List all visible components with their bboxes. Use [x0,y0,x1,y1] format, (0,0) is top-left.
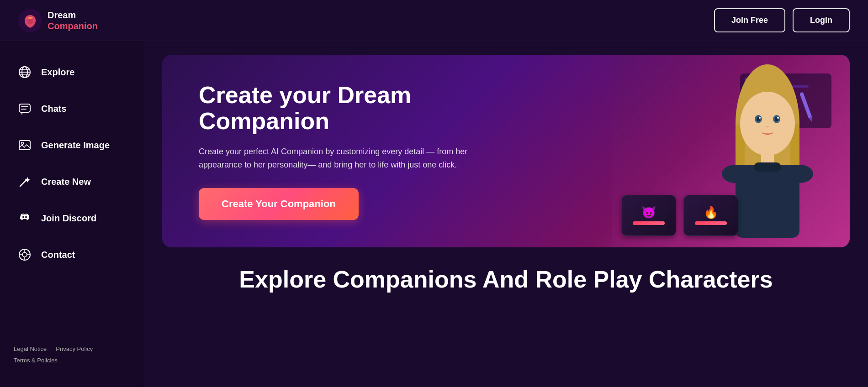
svg-point-11 [21,142,24,145]
sidebar-item-create-new[interactable]: Create New [4,164,140,199]
companion-card-fire: 🔥 [683,195,738,236]
sidebar-footer: Legal Notice Privacy Policy Terms & Poli… [0,336,144,373]
hero-title: Create your Dream Companion [199,82,473,134]
svg-point-38 [722,165,749,183]
privacy-policy-link[interactable]: Privacy Policy [56,345,93,352]
logo-area[interactable]: Dream Companion [18,9,98,32]
devil-emoji: 😈 [641,205,656,220]
companion-card-devil: 😈 [621,195,676,236]
svg-rect-7 [19,104,30,112]
sidebar-generate-image-label: Generate Image [41,140,110,151]
header: Dream Companion Join Free Login [0,0,868,41]
legal-notice-link[interactable]: Legal Notice [14,345,47,352]
image-icon [17,138,32,152]
sidebar-item-contact[interactable]: Contact [4,237,140,272]
logo-dream-text: Dream [48,10,98,21]
discord-icon [17,211,32,225]
fire-emoji: 🔥 [704,205,718,220]
hero-visual-area: 😈 🔥 [612,55,850,247]
svg-rect-10 [19,141,30,150]
sidebar-nav: Explore Chats [0,55,144,272]
footer-links-row: Legal Notice Privacy Policy [14,345,130,352]
sidebar-item-generate-image[interactable]: Generate Image [4,128,140,162]
globe-icon [17,65,32,79]
terms-link[interactable]: Terms & Policies [14,357,58,364]
svg-line-12 [20,180,26,186]
sidebar-chats-label: Chats [41,104,67,114]
hero-description: Create your perfect AI Companion by cust… [199,145,473,172]
sidebar-item-explore[interactable]: Explore [4,55,140,89]
create-companion-button[interactable]: Create Your Companion [199,188,359,220]
svg-point-34 [777,117,779,119]
svg-point-39 [786,165,813,183]
terms-link-row: Terms & Policies [14,356,130,364]
hero-text-area: Create your Dream Companion Create your … [199,82,473,220]
header-buttons: Join Free Login [714,8,850,32]
svg-rect-37 [754,162,781,172]
svg-point-14 [22,252,27,257]
wand-icon [17,174,32,189]
login-button[interactable]: Login [793,8,850,32]
section-explore: Explore Companions And Role Play Charact… [162,266,850,293]
sidebar: Explore Chats [0,41,144,387]
join-free-button[interactable]: Join Free [714,8,785,32]
hero-banner: Create your Dream Companion Create your … [162,55,850,247]
main-content: Create your Dream Companion Create your … [144,41,868,387]
card-bar-1 [633,221,665,225]
logo-icon [18,9,42,32]
sidebar-explore-label: Explore [41,67,74,78]
sidebar-contact-label: Contact [41,250,75,260]
logo-text: Dream Companion [48,10,98,31]
companion-cards: 😈 🔥 [621,195,738,236]
logo-companion-text: Companion [48,21,98,31]
layout: Explore Chats [0,0,868,387]
explore-section-title: Explore Companions And Role Play Charact… [162,266,850,293]
svg-point-1 [27,19,33,24]
svg-point-28 [740,92,795,156]
card-bar-2 [695,221,727,225]
sidebar-item-join-discord[interactable]: Join Discord [4,201,140,235]
sidebar-join-discord-label: Join Discord [41,213,96,224]
chat-icon [17,101,32,116]
sidebar-item-chats[interactable]: Chats [4,91,140,126]
support-icon [17,247,32,262]
svg-point-33 [759,117,761,119]
sidebar-create-new-label: Create New [41,177,91,187]
